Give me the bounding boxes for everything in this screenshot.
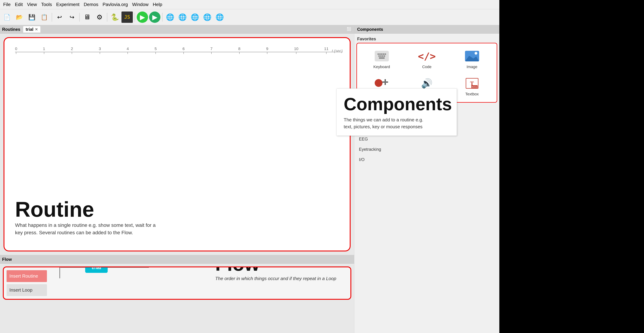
flow-content: Insert Routine Insert Loop trial → Flow — [0, 264, 354, 333]
tick-10: 10 — [294, 46, 298, 54]
toolbar-sep-2 — [79, 13, 80, 21]
menu-file[interactable]: File — [2, 1, 12, 8]
code-label: Code — [422, 65, 432, 69]
app-window: File Edit View Tools Experiment Demos Pa… — [0, 0, 499, 333]
image-label: Image — [466, 65, 478, 69]
tick-7: 7 — [210, 46, 212, 54]
trial-tab[interactable]: trial ✕ — [23, 26, 40, 32]
flow-arrow: → — [144, 267, 149, 270]
save-as-button[interactable]: 📋 — [38, 11, 50, 23]
sound-icon: 🔊 — [420, 76, 434, 90]
flow-help: Flow The order in which things occur and… — [215, 267, 336, 282]
image-icon — [465, 49, 479, 63]
flow-inner: Insert Routine Insert Loop trial → Flow — [3, 267, 351, 300]
comp-image[interactable]: Image — [450, 46, 494, 72]
callout-components-title: Components — [344, 94, 450, 114]
favorites-label: Favorites — [356, 35, 498, 42]
main-content: Routines trial ✕ ⬜ 0 — [0, 25, 499, 333]
python-button[interactable]: 🐍 — [109, 11, 120, 23]
redo-button[interactable]: ↪ — [66, 11, 78, 23]
maximize-icon[interactable]: ⬜ — [347, 27, 352, 32]
cat-eyetracking[interactable]: Eyetracking — [356, 144, 498, 154]
keyboard-icon — [375, 49, 389, 63]
textbox-label: Textbox — [465, 92, 479, 96]
code-icon: </> — [420, 49, 434, 63]
cat-io[interactable]: I/O — [356, 155, 498, 165]
toolbar: 📄 📂 💾 📋 ↩ ↪ 🖥 ⚙ 🐍 JS ▶ ▶ 🌐 🌐 🌐 🌐 🌐 — [0, 9, 499, 25]
components-header: Components — [354, 25, 499, 34]
tick-3: 3 — [99, 46, 101, 54]
flow-panel: Flow Insert Routine Insert Loop t — [0, 255, 354, 333]
left-panel: Routines trial ✕ ⬜ 0 — [0, 25, 354, 333]
tick-5: 5 — [154, 46, 157, 54]
routine-canvas: 0 1 2 3 — [4, 37, 350, 251]
menu-help[interactable]: Help — [151, 1, 164, 8]
trial-tab-close[interactable]: ✕ — [35, 27, 38, 31]
components-content: Favorites — [354, 34, 499, 333]
open-button[interactable]: 📂 — [14, 11, 25, 23]
components-header-label: Components — [357, 27, 383, 32]
flow-title: Flow — [215, 267, 336, 275]
tick-0: 0 — [15, 46, 17, 54]
routines-header: Routines trial ✕ ⬜ — [0, 25, 354, 34]
flow-line-start — [60, 267, 60, 278]
globe3-button[interactable]: 🌐 — [189, 11, 200, 23]
timeline-unit: t (sec) — [332, 49, 343, 53]
callout-components-desc: The things we can add to a routine e.g. … — [344, 116, 432, 130]
routine-help: Routine What happens in a single routine… — [15, 197, 157, 236]
tick-11: 11 — [324, 46, 328, 54]
flow-header-label: Flow — [2, 257, 12, 262]
tick-2: 2 — [71, 46, 73, 54]
tick-1: 1 — [43, 46, 45, 54]
tick-4: 4 — [126, 46, 129, 54]
comp-keyboard[interactable]: Keyboard — [360, 46, 404, 72]
keyboard-label: Keyboard — [373, 65, 390, 69]
toolbar-sep-4 — [134, 13, 135, 21]
new-button[interactable]: 📄 — [2, 11, 13, 23]
globe1-button[interactable]: 🌐 — [164, 11, 176, 23]
menu-view[interactable]: View — [25, 1, 39, 8]
globe4-button[interactable]: 🌐 — [202, 11, 213, 23]
routines-panel: Routines trial ✕ ⬜ 0 — [0, 25, 354, 255]
menu-bar: File Edit View Tools Experiment Demos Pa… — [0, 0, 499, 9]
timeline-ticks: 0 1 2 3 — [15, 46, 328, 54]
textbox-icon: T Beta — [465, 76, 479, 90]
monitor-button[interactable]: 🖥 — [82, 11, 93, 23]
flow-sidebar: Insert Routine Insert Loop — [4, 267, 50, 299]
routine-desc: What happens in a single routine e.g. sh… — [15, 222, 157, 236]
toolbar-sep-1 — [52, 13, 52, 21]
insert-routine-button[interactable]: Insert Routine — [6, 270, 47, 282]
toolbar-sep-3 — [107, 13, 107, 21]
flow-node-trial[interactable]: trial — [85, 267, 108, 273]
components-callout: Components The things we can add to a ro… — [336, 88, 457, 136]
undo-button[interactable]: ↩ — [54, 11, 65, 23]
menu-window[interactable]: Window — [130, 1, 150, 8]
run-play-button[interactable]: ▶ — [149, 11, 160, 23]
right-panel: Components Favorites — [354, 25, 499, 333]
menu-experiment[interactable]: Experiment — [54, 1, 81, 8]
run-green-button[interactable]: ▶ — [137, 11, 148, 23]
toolbar-sep-5 — [162, 13, 162, 21]
tick-9: 9 — [266, 46, 268, 54]
menu-demos[interactable]: Demos — [82, 1, 100, 8]
routines-label: Routines — [2, 27, 20, 32]
settings-button[interactable]: ⚙ — [94, 11, 105, 23]
insert-loop-button[interactable]: Insert Loop — [6, 284, 47, 296]
js-button[interactable]: JS — [122, 11, 133, 23]
menu-edit[interactable]: Edit — [13, 1, 24, 8]
globe2-button[interactable]: 🌐 — [177, 11, 188, 23]
globe5-button[interactable]: 🌐 — [214, 11, 225, 23]
timeline: 0 1 2 3 — [15, 45, 343, 54]
polygon-icon: ✛ — [375, 76, 389, 90]
menu-tools[interactable]: Tools — [40, 1, 54, 8]
save-button[interactable]: 💾 — [26, 11, 38, 23]
keyboard-visual — [375, 51, 389, 61]
tick-8: 8 — [238, 46, 240, 54]
routines-header-left: Routines trial ✕ — [2, 26, 40, 32]
trial-tab-label: trial — [26, 27, 34, 32]
routine-title: Routine — [15, 197, 157, 222]
timeline-line — [15, 52, 343, 52]
flow-header: Flow — [0, 255, 354, 264]
comp-code[interactable]: </> Code — [405, 46, 449, 72]
menu-pavlovia[interactable]: Pavlovia.org — [101, 1, 130, 8]
